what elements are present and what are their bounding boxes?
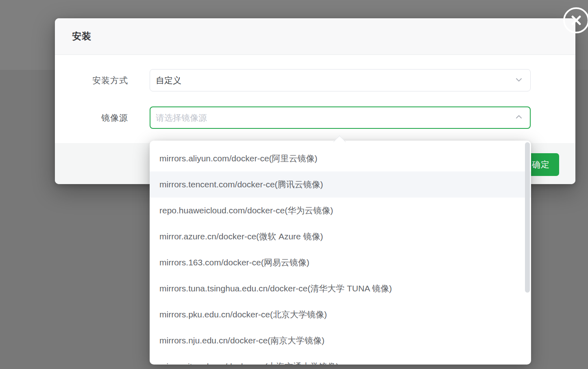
dialog-header: 安装 [55, 18, 575, 55]
dialog-body: 安装方式 自定义 镜像源 请选择镜像源 [55, 55, 575, 143]
mirror-dropdown-list: mirrors.aliyun.com/docker-ce(阿里云镜像) mirr… [150, 141, 531, 365]
dropdown-scrollbar-thumb[interactable] [525, 142, 530, 293]
chevron-down-icon [515, 76, 523, 85]
dropdown-option-huawei[interactable]: repo.huaweicloud.com/docker-ce(华为云镜像) [150, 198, 531, 224]
dropdown-option-nju[interactable]: mirrors.nju.edu.cn/docker-ce(南京大学镜像) [150, 328, 531, 354]
install-method-label: 安装方式 [55, 75, 128, 86]
form-row-install-method: 安装方式 自定义 [55, 69, 575, 91]
dropdown-option-163[interactable]: mirrors.163.com/docker-ce(网易云镜像) [150, 250, 531, 276]
dropdown-option-tencent[interactable]: mirrors.tencent.com/docker-ce(腾讯云镜像) [150, 171, 531, 198]
dropdown-option-tuna[interactable]: mirrors.tuna.tsinghua.edu.cn/docker-ce(清… [150, 276, 531, 302]
chevron-up-icon [515, 113, 523, 123]
dropdown-option-azure[interactable]: mirror.azure.cn/docker-ce(微软 Azure 镜像) [150, 224, 531, 250]
dropdown-option-aliyun[interactable]: mirrors.aliyun.com/docker-ce(阿里云镜像) [150, 145, 531, 171]
close-button[interactable] [563, 7, 588, 33]
close-icon [570, 14, 582, 26]
dropdown-option-sjtu[interactable]: mirror.sjtu.edu.cn/docker-ce(上海交通大学镜像) [150, 354, 531, 365]
form-row-mirror-source: 镜像源 请选择镜像源 [55, 106, 575, 129]
install-method-value: 自定义 [156, 75, 515, 86]
dialog-title: 安装 [72, 30, 91, 43]
mirror-source-placeholder: 请选择镜像源 [156, 112, 515, 124]
dropdown-option-pku[interactable]: mirrors.pku.edu.cn/docker-ce(北京大学镜像) [150, 302, 531, 328]
install-method-select[interactable]: 自定义 [150, 69, 531, 91]
mirror-source-select[interactable]: 请选择镜像源 [150, 106, 531, 129]
mirror-source-label: 镜像源 [55, 112, 128, 124]
